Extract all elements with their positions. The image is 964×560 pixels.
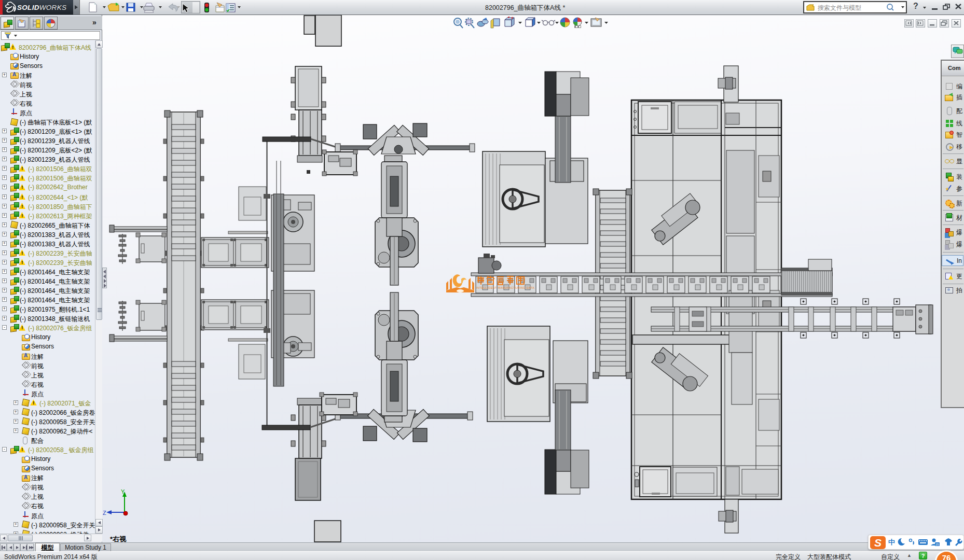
svg-text:Z: Z: [103, 510, 106, 516]
svg-text:Y: Y: [121, 488, 125, 495]
svg-text:25: 25: [935, 543, 939, 546]
